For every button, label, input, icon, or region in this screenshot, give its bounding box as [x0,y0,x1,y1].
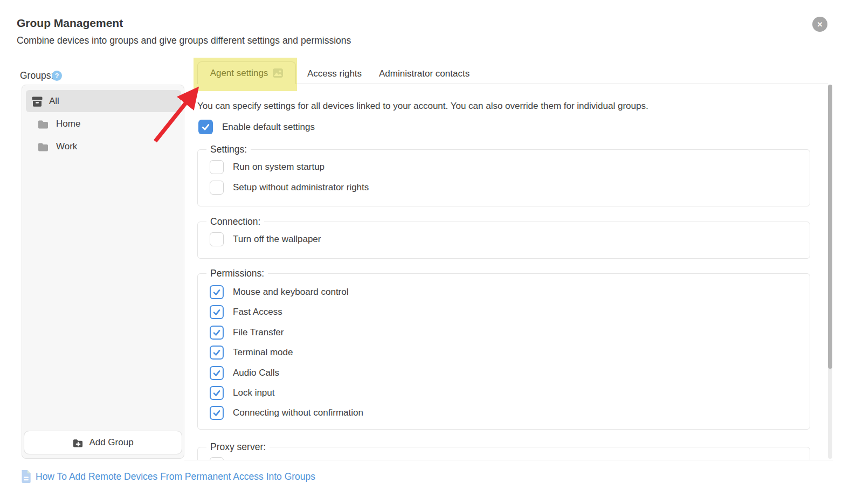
setup-without-admin-row: Setup without administrator rights [210,181,810,195]
folder-icon [37,118,49,130]
checkbox-label: Run on system startup [233,162,325,172]
checkbox-label: Turn off the wallpaper [233,234,321,245]
document-icon [20,470,32,484]
checkbox-label: Terminal mode [233,347,293,358]
file-transfer-row: File Transfer [210,326,810,340]
turn-off-wallpaper-row: Turn off the wallpaper [210,232,810,246]
settings-section: Settings: Run on system startup Setup wi… [197,149,810,206]
enable-default-settings-row: Enable default settings [198,120,315,134]
checkbox-label: Enable default settings [222,122,315,133]
group-item-all[interactable]: All [26,90,181,112]
connect-without-confirmation-checkbox[interactable] [210,406,224,420]
checkbox-label: Setup without administrator rights [233,182,369,193]
groups-label: Groups: [20,70,53,81]
checkbox-label: Fast Access [233,307,282,317]
tab-administrator-contacts[interactable]: Administrator contacts [379,68,470,79]
fast-access-checkbox[interactable] [210,305,224,319]
fast-access-row: Fast Access [210,305,810,319]
group-item-label: Home [56,119,80,129]
tab-agent-settings[interactable]: Agent settings [197,61,296,84]
file-transfer-checkbox[interactable] [210,326,224,340]
checkbox-label: Connecting without confirmation [233,408,363,418]
help-article-link-text: How To Add Remote Devices From Permanent… [36,471,315,482]
tab-label: Agent settings [210,68,268,79]
lock-input-checkbox[interactable] [210,386,224,400]
group-item-label: All [49,96,59,107]
mouse-keyboard-checkbox[interactable] [210,285,224,299]
archive-icon [31,95,43,107]
intro-text: You can specify settings for all devices… [197,101,648,112]
tab-access-rights[interactable]: Access rights [307,68,362,79]
connection-section: Connection: Turn off the wallpaper [197,222,810,259]
audio-calls-row: Audio Calls [210,366,810,380]
folder-plus-icon [72,437,84,448]
checkbox-label: Audio Calls [233,368,279,378]
setup-without-admin-checkbox[interactable] [210,181,224,195]
tab-bar: Agent settings Access rights Administrat… [184,58,833,84]
turn-off-wallpaper-checkbox[interactable] [210,232,224,246]
checkbox-label: Mouse and keyboard control [233,287,349,298]
group-management-dialog: Group Management Combine devices into gr… [0,0,849,504]
connect-without-confirmation-row: Connecting without confirmation [210,406,810,420]
add-group-button[interactable]: Add Group [24,431,182,454]
screenshot-icon [273,68,283,78]
proxy-server-section: Proxy server: [197,447,810,460]
group-item-work[interactable]: Work [26,135,181,157]
checkbox-label: File Transfer [233,327,284,338]
section-legend: Settings: [206,144,251,155]
folder-icon [37,141,49,153]
audio-calls-checkbox[interactable] [210,366,224,380]
terminal-mode-checkbox[interactable] [210,346,224,360]
page-title: Group Management [17,17,123,30]
run-on-startup-checkbox[interactable] [210,160,224,174]
group-item-label: Work [56,141,77,152]
section-legend: Connection: [206,216,264,227]
lock-input-row: Lock input [210,386,810,400]
content-divider [184,460,833,460]
run-on-startup-row: Run on system startup [210,160,810,174]
section-legend: Permissions: [206,268,268,279]
agent-settings-panel: You can specify settings for all devices… [184,84,833,460]
tab-label: Administrator contacts [379,68,470,79]
terminal-mode-row: Terminal mode [210,346,810,360]
help-icon[interactable]: ? [52,71,62,81]
close-button[interactable]: ✕ [812,17,827,32]
enable-default-settings-checkbox[interactable] [198,120,213,134]
close-icon: ✕ [817,20,823,29]
section-legend: Proxy server: [206,441,270,453]
tab-label: Access rights [307,68,362,79]
help-article-link[interactable]: How To Add Remote Devices From Permanent… [20,470,315,484]
permissions-section: Permissions: Mouse and keyboard control … [197,273,810,430]
checkbox-label: Lock input [233,388,275,398]
page-subtitle: Combine devices into groups and give gro… [17,35,351,46]
mouse-keyboard-row: Mouse and keyboard control [210,285,810,299]
group-item-home[interactable]: Home [26,113,181,135]
scrollbar-thumb[interactable] [828,85,832,369]
groups-panel: All Home Work [22,85,184,459]
add-group-label: Add Group [89,437,133,448]
